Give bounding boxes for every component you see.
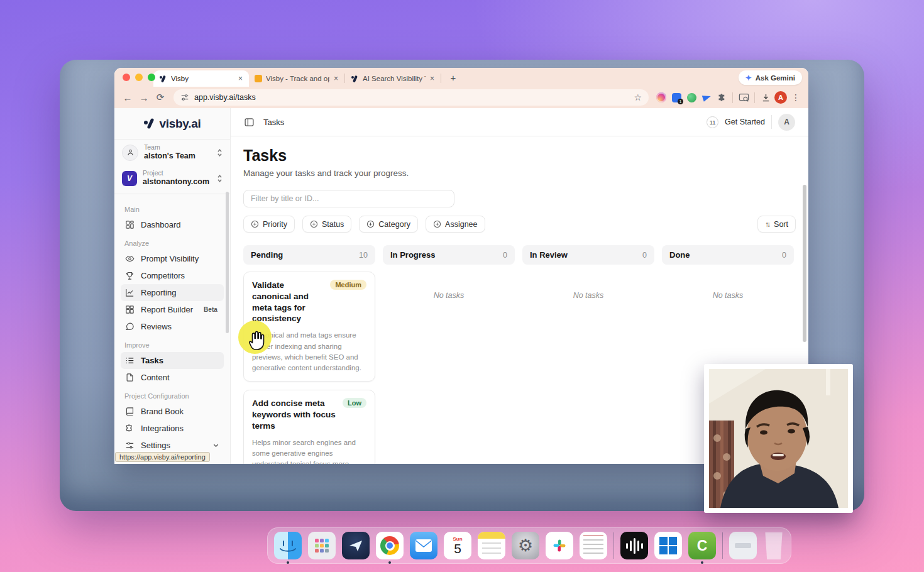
slack-icon[interactable] (546, 532, 573, 559)
extension-instagram-icon[interactable] (654, 90, 669, 105)
main-scrollbar[interactable] (803, 185, 806, 342)
sidebar-item-report-builder[interactable]: Report Builder Beta (121, 301, 224, 318)
finder-icon[interactable] (274, 532, 302, 559)
empty-state: No tasks (522, 291, 654, 300)
plus-circle-icon (251, 220, 259, 228)
extensions-puzzle-icon[interactable] (714, 90, 729, 105)
windows-app-icon[interactable] (654, 532, 682, 559)
calendar-icon[interactable]: Sun 5 (444, 532, 471, 559)
book-icon (125, 407, 135, 416)
webcam-overlay (704, 364, 853, 513)
filter-priority-button[interactable]: Priority (243, 216, 295, 233)
task-card[interactable]: Add concise meta keywords with focus ter… (243, 390, 375, 464)
minimize-button[interactable] (135, 74, 143, 81)
sidebar-item-prompt-visibility[interactable]: Prompt Visibility (121, 250, 224, 267)
system-settings-icon[interactable]: ⚙ (512, 532, 539, 559)
sidebar-item-competitors[interactable]: Competitors (121, 267, 224, 284)
sidebar-scrollbar[interactable] (226, 192, 229, 333)
tab-title: AI Search Visibility Tools for E (363, 75, 426, 82)
tab-close-icon[interactable]: × (333, 74, 339, 83)
filter-status-button[interactable]: Status (302, 216, 351, 233)
sidebar-item-reviews[interactable]: Reviews (121, 318, 224, 335)
settings-sliders-icon (125, 441, 135, 450)
extension-green-icon[interactable] (684, 90, 699, 105)
get-started-button[interactable]: Get Started (725, 118, 765, 126)
extension-plane-icon[interactable] (699, 90, 714, 105)
new-tab-button[interactable]: + (446, 70, 460, 84)
toolbar-separator (754, 92, 755, 103)
sidebar-item-tasks[interactable]: Tasks (121, 352, 224, 369)
bookmark-star-icon[interactable]: ☆ (634, 92, 642, 102)
plus-circle-icon (366, 220, 375, 228)
sidebar-item-brand-book[interactable]: Brand Book (121, 403, 224, 420)
team-icon (122, 145, 138, 161)
sidebar-item-reporting[interactable]: Reporting (121, 284, 224, 301)
sort-button[interactable]: ↑↓ Sort (757, 216, 796, 233)
url-text[interactable]: app.visby.ai/tasks (194, 93, 629, 102)
address-bar[interactable]: app.visby.ai/tasks ☆ (173, 89, 649, 106)
tab-ai-search-tools[interactable]: AI Search Visibility Tools for E × (345, 70, 441, 87)
visby-favicon (159, 75, 167, 83)
trash-icon[interactable] (763, 532, 784, 559)
column-header: Done 0 (662, 245, 794, 265)
team-selector[interactable]: Team alston's Team (114, 140, 230, 165)
textedit-icon[interactable] (580, 532, 607, 559)
tab-strip: Visby × Visby - Track and optimize AI × … (114, 68, 808, 87)
filter-assignee-button[interactable]: Assignee (426, 216, 485, 233)
priority-badge: Low (343, 398, 366, 408)
sidebar-item-dashboard[interactable]: Dashboard (121, 216, 224, 233)
ask-gemini-button[interactable]: ✦ Ask Gemini (739, 70, 802, 85)
empty-state: No tasks (662, 291, 794, 300)
column-header: Pending 10 (243, 245, 375, 265)
project-selector[interactable]: V Project alstonantony.com (114, 165, 230, 191)
filter-input[interactable] (243, 190, 454, 207)
extension-tab-manager-icon[interactable]: 1 (669, 90, 684, 105)
visby-logo[interactable]: visby.ai (114, 108, 230, 140)
sidebar: visby.ai Team alston's Team V (114, 108, 231, 464)
user-avatar[interactable]: A (778, 114, 795, 131)
sidebar-item-integrations[interactable]: Integrations (121, 420, 224, 437)
tab-close-icon[interactable]: × (238, 74, 243, 83)
forward-button[interactable]: → (136, 89, 152, 106)
section-improve: Improve (124, 341, 220, 349)
chrome-profile-avatar[interactable]: A (773, 90, 788, 105)
mail-icon[interactable] (410, 532, 437, 559)
tab-title: Visby - Track and optimize AI (266, 75, 329, 82)
sort-arrows-icon: ↑↓ (765, 220, 769, 229)
dock: Sun 5 ⚙ (267, 527, 791, 564)
chrome-menu-icon[interactable]: ⋮ (788, 90, 803, 105)
back-button[interactable]: ← (119, 89, 136, 106)
content-icon (125, 373, 135, 382)
reload-button[interactable]: ⟳ (152, 89, 168, 106)
tab-title: Visby (171, 75, 234, 82)
chart-line-icon (125, 288, 135, 297)
team-label: Team (144, 144, 211, 151)
voice-app-icon[interactable] (620, 532, 648, 559)
tab-close-icon[interactable]: × (429, 74, 435, 83)
orange-favicon (255, 75, 262, 82)
sidebar-item-content[interactable]: Content (121, 369, 224, 386)
site-settings-icon[interactable] (180, 93, 189, 102)
telegram-icon[interactable] (342, 532, 370, 559)
tasks-icon (125, 356, 135, 365)
close-button[interactable] (123, 74, 130, 81)
window-controls (123, 74, 155, 81)
filter-category-button[interactable]: Category (359, 216, 418, 233)
chrome-icon[interactable] (376, 532, 404, 559)
section-main: Main (124, 206, 220, 213)
tab-visby[interactable]: Visby × (153, 70, 249, 87)
notes-icon[interactable] (478, 532, 505, 559)
zoom-button[interactable] (148, 74, 155, 81)
gemini-icon: ✦ (745, 74, 752, 82)
sidebar-toggle-icon[interactable] (244, 117, 255, 128)
downloads-icon[interactable] (758, 90, 773, 105)
launchpad-icon[interactable] (308, 532, 336, 559)
tab-visby-marketing[interactable]: Visby - Track and optimize AI × (249, 70, 344, 87)
camtasia-icon[interactable]: C (688, 532, 716, 559)
column-count: 0 (782, 251, 786, 260)
downloads-stack-icon[interactable] (729, 532, 757, 559)
presenter-video (709, 369, 848, 508)
report-builder-icon (125, 305, 135, 314)
screen-search-icon[interactable] (736, 90, 751, 105)
visby-logo-icon (144, 118, 155, 129)
